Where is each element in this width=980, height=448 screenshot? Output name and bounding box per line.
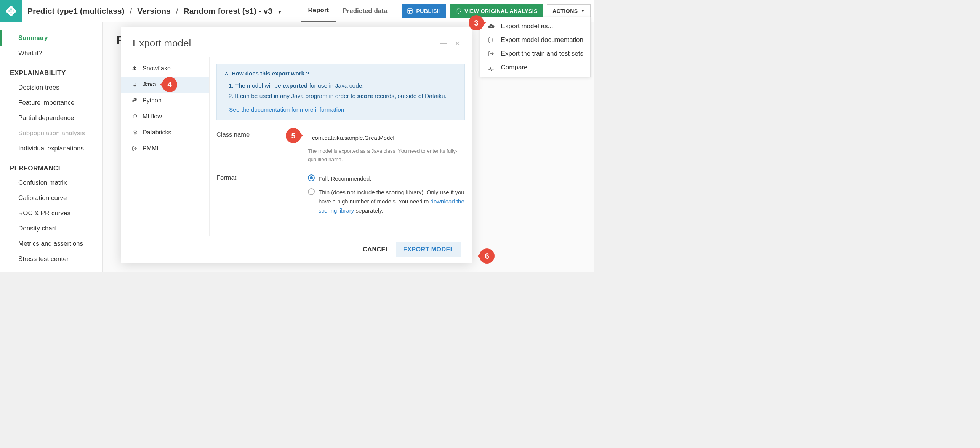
mlflow-icon: [132, 114, 139, 120]
menu-compare[interactable]: Compare: [480, 61, 590, 74]
svg-point-3: [10, 10, 11, 11]
svg-point-1: [8, 10, 10, 11]
dialog-header: Export model — ✕: [121, 27, 472, 57]
cancel-button[interactable]: CANCEL: [363, 246, 389, 253]
sidebar-item-individual-explanations[interactable]: Individual explanations: [0, 141, 102, 156]
svg-point-2: [10, 8, 11, 9]
breadcrumb-project[interactable]: Predict type1 (multiclass): [27, 6, 124, 16]
export-tab-snowflake[interactable]: ❄Snowflake: [121, 60, 209, 77]
breadcrumb: Predict type1 (multiclass) / Versions / …: [22, 6, 282, 16]
sidebar-header-performance: PERFORMANCE: [0, 156, 102, 175]
sign-out-icon: [487, 51, 495, 57]
python-icon: [132, 98, 139, 104]
close-button[interactable]: ✕: [455, 39, 460, 48]
export-icon: [132, 146, 139, 151]
breadcrumb-versions[interactable]: Versions: [137, 6, 171, 16]
svg-point-4: [13, 10, 14, 11]
info-toggle[interactable]: ∧ How does this export work ?: [224, 70, 457, 77]
sidebar-item-roc-pr[interactable]: ROC & PR curves: [0, 206, 102, 221]
compare-icon: [487, 64, 495, 71]
dashboard-icon: [407, 8, 413, 14]
dataiku-logo-icon: [5, 5, 17, 17]
app-logo[interactable]: [0, 0, 22, 22]
info-line-2: It can be used in any Java program in or…: [235, 91, 457, 101]
format-row: Format Full. Recommended. Thin (does not…: [216, 174, 465, 220]
minimize-button[interactable]: —: [440, 39, 447, 48]
view-original-analysis-button[interactable]: VIEW ORIGINAL ANALYSIS: [450, 4, 543, 18]
annotation-6: 6: [479, 248, 495, 264]
sidebar-item-confusion-matrix[interactable]: Confusion matrix: [0, 175, 102, 190]
publish-button[interactable]: PUBLISH: [402, 4, 446, 18]
radio-full[interactable]: [308, 174, 315, 181]
top-tabs: Report Predicted data: [301, 0, 394, 22]
analysis-icon: [455, 8, 461, 14]
info-list: The model will be exported for use in Ja…: [224, 80, 457, 101]
export-model-button[interactable]: EXPORT MODEL: [396, 242, 461, 257]
menu-export-model-as[interactable]: Export model as...: [480, 19, 590, 33]
svg-rect-6: [408, 9, 412, 13]
dialog-title: Export model: [133, 37, 191, 49]
export-model-dialog: Export model — ✕ ❄Snowflake Java Python …: [121, 27, 472, 263]
sidebar-item-decision-trees[interactable]: Decision trees: [0, 80, 102, 95]
format-label: Format: [216, 174, 308, 220]
class-name-input[interactable]: [308, 131, 403, 144]
actions-button[interactable]: ACTIONS ▼: [547, 4, 591, 18]
tab-predicted-data[interactable]: Predicted data: [336, 0, 394, 22]
dialog-footer: CANCEL EXPORT MODEL: [121, 236, 472, 263]
export-info-box: ∧ How does this export work ? The model …: [216, 64, 465, 120]
svg-point-9: [456, 9, 461, 13]
sidebar-item-metrics[interactable]: Metrics and assertions: [0, 236, 102, 251]
sidebar-item-feature-importance[interactable]: Feature importance: [0, 95, 102, 110]
chevron-down-icon: ▼: [277, 9, 282, 15]
breadcrumb-sep: /: [130, 6, 132, 16]
actions-menu: Export model as... Export model document…: [480, 17, 591, 77]
info-line-1: The model will be exported for use in Ja…: [235, 80, 457, 91]
menu-export-train-test-sets[interactable]: Export the train and test sets: [480, 47, 590, 61]
annotation-3: 3: [469, 15, 484, 30]
annotation-5: 5: [286, 128, 301, 143]
sidebar-item-density-chart[interactable]: Density chart: [0, 221, 102, 236]
snowflake-icon: ❄: [132, 65, 139, 72]
sidebar-item-calibration-curve[interactable]: Calibration curve: [0, 190, 102, 206]
class-name-row: Class name The model is exported as a Ja…: [216, 131, 465, 163]
sidebar-item-model-error[interactable]: Model error analysis: [0, 267, 102, 272]
documentation-link[interactable]: See the documentation for more informati…: [224, 106, 457, 113]
sidebar-item-whatif[interactable]: What if?: [0, 46, 102, 61]
java-icon: [132, 82, 139, 88]
databricks-icon: [132, 130, 139, 136]
sidebar-item-summary[interactable]: Summary: [0, 30, 102, 46]
format-option-thin[interactable]: Thin (does not include the scoring libra…: [308, 188, 465, 215]
export-tab-databricks[interactable]: Databricks: [121, 125, 209, 141]
export-content: ∧ How does this export work ? The model …: [210, 57, 472, 236]
export-tab-python[interactable]: Python: [121, 93, 209, 109]
sidebar: Summary What if? EXPLAINABILITY Decision…: [0, 22, 103, 272]
export-tab-pmml[interactable]: PMML: [121, 141, 209, 157]
export-tab-mlflow[interactable]: MLflow: [121, 109, 209, 125]
breadcrumb-model[interactable]: Random forest (s1) - v3 ▼: [184, 6, 282, 16]
chevron-up-icon: ∧: [224, 70, 229, 77]
breadcrumb-sep: /: [176, 6, 178, 16]
svg-point-5: [10, 12, 11, 13]
sidebar-item-partial-dependence[interactable]: Partial dependence: [0, 110, 102, 126]
tab-report[interactable]: Report: [301, 0, 336, 22]
sign-out-icon: [487, 37, 495, 43]
chevron-down-icon: ▼: [581, 9, 585, 13]
menu-export-documentation[interactable]: Export model documentation: [480, 33, 590, 47]
sidebar-item-stress-test[interactable]: Stress test center: [0, 251, 102, 267]
sidebar-item-subpopulation[interactable]: Subpopulation analysis: [0, 126, 102, 141]
radio-thin[interactable]: [308, 188, 315, 195]
annotation-4: 4: [162, 77, 177, 92]
format-option-full[interactable]: Full. Recommended.: [308, 174, 465, 183]
class-name-help: The model is exported as a Java class. Y…: [308, 147, 460, 163]
sidebar-header-explainability: EXPLAINABILITY: [0, 61, 102, 80]
